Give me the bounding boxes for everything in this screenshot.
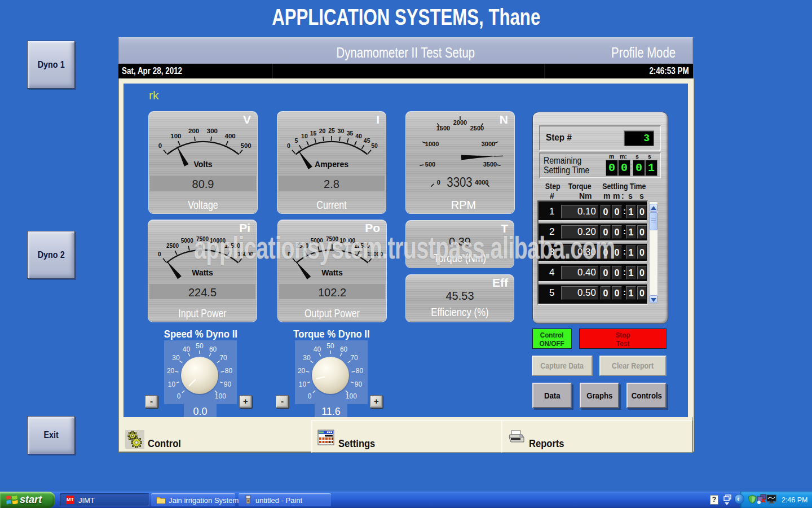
svg-text:0: 0 xyxy=(437,179,440,186)
svg-text:40: 40 xyxy=(314,345,321,353)
svg-text:100: 100 xyxy=(215,392,226,400)
svg-text:1500: 1500 xyxy=(436,125,450,132)
svg-text:300: 300 xyxy=(207,128,218,134)
svg-text:80: 80 xyxy=(225,367,233,375)
svg-text:10: 10 xyxy=(168,380,176,388)
svg-text:90: 90 xyxy=(355,380,363,388)
svg-text:400: 400 xyxy=(225,133,236,139)
svg-text:20: 20 xyxy=(298,367,306,375)
svg-text:Volts: Volts xyxy=(193,160,212,169)
svg-text:102.2: 102.2 xyxy=(318,286,346,299)
svg-text:3303: 3303 xyxy=(447,174,472,190)
svg-text:15: 15 xyxy=(310,130,317,137)
svg-text:500: 500 xyxy=(425,161,435,168)
svg-text:35: 35 xyxy=(347,130,354,137)
svg-text:90: 90 xyxy=(224,380,232,388)
svg-text:Input Power: Input Power xyxy=(178,307,226,319)
svg-text:0: 0 xyxy=(158,251,161,257)
svg-text:0.0: 0.0 xyxy=(193,406,207,417)
svg-text:25: 25 xyxy=(328,127,335,134)
svg-text:3000: 3000 xyxy=(482,141,495,147)
svg-text:2500: 2500 xyxy=(166,243,179,249)
svg-text:1000: 1000 xyxy=(425,141,439,147)
svg-text:224.5: 224.5 xyxy=(188,286,217,299)
svg-text:0: 0 xyxy=(287,142,290,149)
svg-text:RPM: RPM xyxy=(451,199,476,211)
svg-text:Current: Current xyxy=(316,199,346,211)
svg-text:Voltage: Voltage xyxy=(188,199,218,211)
svg-text:50: 50 xyxy=(326,342,334,350)
svg-text:40: 40 xyxy=(355,133,362,139)
svg-text:45: 45 xyxy=(364,137,370,144)
svg-text:11.6: 11.6 xyxy=(321,406,341,417)
svg-text:50: 50 xyxy=(371,142,378,149)
svg-text:Output Power: Output Power xyxy=(304,307,360,319)
svg-text:2000: 2000 xyxy=(453,119,467,126)
svg-text:40: 40 xyxy=(183,345,191,353)
svg-text:100: 100 xyxy=(170,133,181,139)
svg-text:60: 60 xyxy=(209,345,217,353)
svg-text:30: 30 xyxy=(303,354,311,362)
svg-text:20: 20 xyxy=(319,128,326,134)
svg-text:2500: 2500 xyxy=(470,125,484,132)
svg-text:100: 100 xyxy=(346,392,357,400)
svg-text:N: N xyxy=(500,113,508,126)
svg-text:80: 80 xyxy=(356,367,364,375)
svg-text:Amperes: Amperes xyxy=(315,160,348,169)
svg-text:Watts: Watts xyxy=(321,268,343,277)
svg-text:30: 30 xyxy=(172,354,180,362)
svg-text:0: 0 xyxy=(177,392,181,400)
svg-text:5: 5 xyxy=(294,137,298,144)
svg-text:30: 30 xyxy=(338,128,345,134)
svg-text:2.8: 2.8 xyxy=(324,178,339,190)
svg-text:0: 0 xyxy=(308,392,312,400)
svg-text:Watts: Watts xyxy=(192,268,213,277)
svg-text:200: 200 xyxy=(188,128,199,134)
svg-text:50: 50 xyxy=(196,342,204,350)
svg-text:5000: 5000 xyxy=(181,238,194,244)
svg-text:0: 0 xyxy=(158,142,162,149)
svg-text:70: 70 xyxy=(219,354,227,362)
svg-text:V: V xyxy=(243,113,251,126)
svg-text:3500: 3500 xyxy=(483,161,497,168)
svg-text:10: 10 xyxy=(301,133,308,139)
svg-text:80.9: 80.9 xyxy=(192,178,214,190)
svg-text:60: 60 xyxy=(340,345,348,353)
svg-text:10: 10 xyxy=(299,380,307,388)
svg-text:70: 70 xyxy=(350,354,358,362)
svg-text:4000: 4000 xyxy=(475,179,488,186)
svg-text:I: I xyxy=(376,113,379,126)
svg-text:500: 500 xyxy=(241,142,251,149)
svg-text:20: 20 xyxy=(167,367,175,375)
